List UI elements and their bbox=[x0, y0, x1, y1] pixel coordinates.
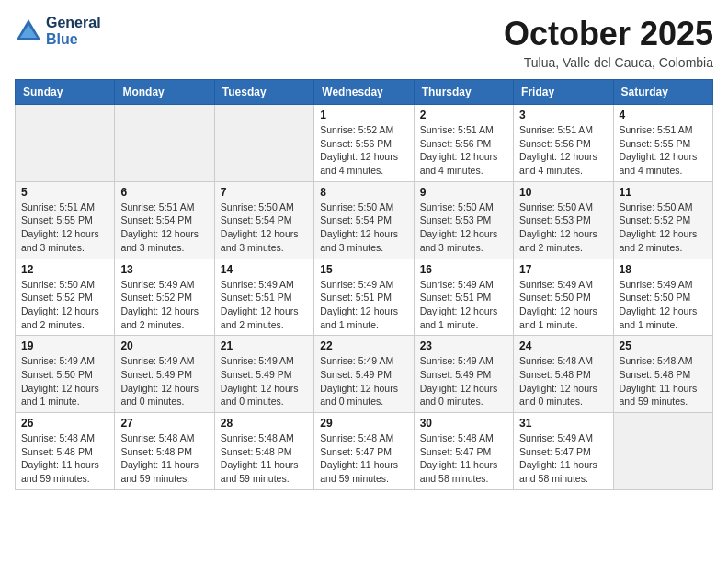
calendar-cell bbox=[115, 105, 214, 182]
day-info-line: Sunset: 5:49 PM bbox=[120, 369, 192, 380]
day-info: Sunrise: 5:49 AMSunset: 5:51 PMDaylight:… bbox=[320, 278, 407, 332]
calendar-cell: 3Sunrise: 5:51 AMSunset: 5:56 PMDaylight… bbox=[514, 105, 613, 182]
calendar-cell: 12Sunrise: 5:50 AMSunset: 5:52 PMDayligh… bbox=[16, 259, 115, 336]
day-info-line: Daylight: 12 hours and 0 minutes. bbox=[320, 383, 398, 408]
day-info-line: Sunrise: 5:50 AM bbox=[320, 201, 393, 213]
calendar-cell: 16Sunrise: 5:49 AMSunset: 5:51 PMDayligh… bbox=[414, 259, 513, 336]
day-info-line: Sunset: 5:50 PM bbox=[519, 292, 591, 303]
calendar-cell: 21Sunrise: 5:49 AMSunset: 5:49 PMDayligh… bbox=[214, 336, 313, 413]
day-info-line: Daylight: 12 hours and 1 minute. bbox=[320, 305, 398, 330]
day-info-line: Daylight: 12 hours and 3 minutes. bbox=[320, 228, 398, 253]
day-info: Sunrise: 5:49 AMSunset: 5:50 PMDaylight:… bbox=[21, 354, 108, 408]
logo: General Blue bbox=[15, 15, 101, 48]
calendar-cell: 19Sunrise: 5:49 AMSunset: 5:50 PMDayligh… bbox=[16, 336, 115, 413]
day-info-line: Sunrise: 5:51 AM bbox=[519, 124, 593, 135]
header-cell-tuesday: Tuesday bbox=[214, 80, 313, 105]
day-info-line: Sunrise: 5:49 AM bbox=[120, 279, 194, 290]
calendar-cell: 27Sunrise: 5:48 AMSunset: 5:48 PMDayligh… bbox=[115, 413, 214, 490]
header-cell-saturday: Saturday bbox=[613, 80, 712, 105]
day-info: Sunrise: 5:50 AMSunset: 5:52 PMDaylight:… bbox=[620, 201, 707, 255]
day-info: Sunrise: 5:50 AMSunset: 5:54 PMDaylight:… bbox=[221, 201, 308, 255]
day-info-line: Sunrise: 5:48 AM bbox=[320, 432, 393, 443]
day-info: Sunrise: 5:48 AMSunset: 5:47 PMDaylight:… bbox=[320, 431, 407, 486]
day-number: 14 bbox=[221, 263, 308, 276]
day-info-line: Daylight: 11 hours and 59 minutes. bbox=[21, 459, 99, 484]
calendar-cell: 20Sunrise: 5:49 AMSunset: 5:49 PMDayligh… bbox=[115, 336, 214, 413]
calendar-subtitle: Tulua, Valle del Cauca, Colombia bbox=[504, 55, 713, 70]
day-number: 22 bbox=[320, 339, 407, 352]
calendar-cell: 22Sunrise: 5:49 AMSunset: 5:49 PMDayligh… bbox=[314, 336, 414, 413]
day-info-line: Daylight: 12 hours and 1 minute. bbox=[620, 305, 698, 330]
day-number: 12 bbox=[21, 263, 108, 276]
day-info-line: Sunset: 5:56 PM bbox=[519, 138, 591, 149]
day-info-line: Daylight: 11 hours and 59 minutes. bbox=[120, 459, 199, 484]
day-info-line: Daylight: 12 hours and 2 minutes. bbox=[620, 228, 698, 253]
day-info-line: Sunrise: 5:49 AM bbox=[221, 279, 294, 290]
header-cell-sunday: Sunday bbox=[16, 80, 115, 105]
day-number: 24 bbox=[519, 339, 607, 352]
day-info: Sunrise: 5:48 AMSunset: 5:48 PMDaylight:… bbox=[120, 431, 208, 486]
day-info-line: Sunset: 5:52 PM bbox=[120, 292, 192, 303]
day-info: Sunrise: 5:48 AMSunset: 5:48 PMDaylight:… bbox=[620, 354, 707, 408]
day-number: 17 bbox=[519, 263, 607, 276]
day-info-line: Sunrise: 5:49 AM bbox=[320, 355, 393, 366]
day-info: Sunrise: 5:50 AMSunset: 5:53 PMDaylight:… bbox=[519, 201, 607, 255]
day-info-line: Daylight: 12 hours and 0 minutes. bbox=[519, 383, 597, 408]
day-info-line: Sunset: 5:49 PM bbox=[420, 369, 492, 380]
calendar-cell: 7Sunrise: 5:50 AMSunset: 5:54 PMDaylight… bbox=[214, 181, 313, 259]
day-info-line: Daylight: 12 hours and 1 minute. bbox=[21, 383, 99, 408]
day-info-line: Sunset: 5:48 PM bbox=[21, 446, 93, 457]
day-number: 27 bbox=[120, 417, 208, 430]
calendar-cell: 6Sunrise: 5:51 AMSunset: 5:54 PMDaylight… bbox=[115, 181, 214, 259]
day-info-line: Daylight: 12 hours and 1 minute. bbox=[420, 305, 498, 330]
calendar-cell: 29Sunrise: 5:48 AMSunset: 5:47 PMDayligh… bbox=[314, 413, 414, 490]
day-number: 30 bbox=[420, 417, 507, 430]
day-info: Sunrise: 5:49 AMSunset: 5:51 PMDaylight:… bbox=[221, 278, 308, 332]
day-number: 9 bbox=[420, 186, 507, 199]
day-info-line: Sunrise: 5:49 AM bbox=[620, 279, 693, 290]
day-number: 16 bbox=[420, 263, 507, 276]
calendar-cell: 14Sunrise: 5:49 AMSunset: 5:51 PMDayligh… bbox=[214, 259, 313, 336]
day-info-line: Daylight: 11 hours and 58 minutes. bbox=[420, 459, 498, 484]
day-info-line: Daylight: 11 hours and 59 minutes. bbox=[320, 459, 398, 484]
day-info-line: Daylight: 12 hours and 1 minute. bbox=[519, 305, 597, 330]
day-info-line: Sunset: 5:55 PM bbox=[21, 214, 93, 225]
day-info-line: Daylight: 12 hours and 2 minutes. bbox=[519, 228, 597, 253]
calendar-cell: 4Sunrise: 5:51 AMSunset: 5:55 PMDaylight… bbox=[613, 105, 712, 182]
day-info-line: Daylight: 12 hours and 0 minutes. bbox=[221, 383, 299, 408]
day-info-line: Sunset: 5:47 PM bbox=[519, 446, 591, 457]
day-number: 11 bbox=[620, 186, 707, 199]
header-cell-thursday: Thursday bbox=[414, 80, 513, 105]
calendar-cell: 15Sunrise: 5:49 AMSunset: 5:51 PMDayligh… bbox=[314, 259, 414, 336]
day-info-line: Sunset: 5:51 PM bbox=[420, 292, 492, 303]
day-number: 2 bbox=[420, 109, 507, 121]
day-info-line: Sunset: 5:48 PM bbox=[221, 446, 292, 457]
day-info-line: Daylight: 12 hours and 4 minutes. bbox=[519, 151, 597, 176]
day-info-line: Sunset: 5:51 PM bbox=[221, 292, 292, 303]
day-info: Sunrise: 5:50 AMSunset: 5:53 PMDaylight:… bbox=[420, 201, 507, 255]
calendar-cell: 31Sunrise: 5:49 AMSunset: 5:47 PMDayligh… bbox=[514, 413, 613, 490]
day-info-line: Sunrise: 5:48 AM bbox=[221, 432, 294, 443]
day-info-line: Sunrise: 5:50 AM bbox=[519, 201, 593, 213]
calendar-cell bbox=[16, 105, 115, 182]
logo-icon bbox=[15, 17, 42, 45]
day-info: Sunrise: 5:49 AMSunset: 5:49 PMDaylight:… bbox=[120, 354, 208, 408]
day-number: 1 bbox=[320, 109, 407, 121]
day-info-line: Daylight: 12 hours and 3 minutes. bbox=[221, 228, 299, 253]
week-row-2: 5Sunrise: 5:51 AMSunset: 5:55 PMDaylight… bbox=[16, 181, 713, 259]
header-cell-monday: Monday bbox=[115, 80, 214, 105]
calendar-cell: 30Sunrise: 5:48 AMSunset: 5:47 PMDayligh… bbox=[414, 413, 513, 490]
day-info-line: Sunset: 5:49 PM bbox=[221, 369, 292, 380]
day-info-line: Sunrise: 5:48 AM bbox=[420, 432, 494, 443]
day-info-line: Daylight: 12 hours and 2 minutes. bbox=[21, 305, 99, 330]
calendar-cell: 8Sunrise: 5:50 AMSunset: 5:54 PMDaylight… bbox=[314, 181, 414, 259]
day-info-line: Sunset: 5:52 PM bbox=[620, 214, 691, 225]
day-number: 13 bbox=[120, 263, 208, 276]
day-info-line: Sunrise: 5:49 AM bbox=[519, 279, 593, 290]
day-info-line: Daylight: 12 hours and 0 minutes. bbox=[420, 383, 498, 408]
day-info-line: Daylight: 12 hours and 0 minutes. bbox=[120, 383, 199, 408]
day-number: 26 bbox=[21, 417, 108, 430]
week-row-4: 19Sunrise: 5:49 AMSunset: 5:50 PMDayligh… bbox=[16, 336, 713, 413]
day-info: Sunrise: 5:48 AMSunset: 5:48 PMDaylight:… bbox=[21, 431, 108, 486]
day-info-line: Sunrise: 5:49 AM bbox=[120, 355, 194, 366]
